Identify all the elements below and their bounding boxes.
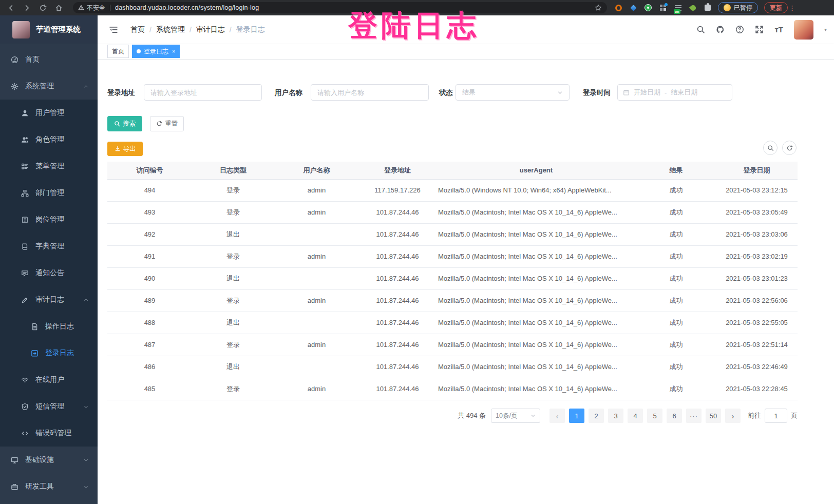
breadcrumb-item[interactable]: 系统管理: [156, 25, 185, 34]
sidebar-item-error-code-management[interactable]: 错误码管理: [0, 420, 98, 447]
reload-icon[interactable]: [39, 4, 47, 12]
pager-page-5[interactable]: 5: [647, 409, 662, 423]
username-label: 用户名称: [275, 88, 302, 98]
sidebar-item-system-management[interactable]: 系统管理: [0, 73, 98, 100]
sidebar-item-audit-log[interactable]: 审计日志: [0, 286, 98, 313]
pager-page-6[interactable]: 6: [667, 409, 682, 423]
sidebar-item-dev-tools[interactable]: 研发工具: [0, 473, 98, 500]
username-input[interactable]: [311, 84, 429, 101]
avatar-caret-icon[interactable]: ▾: [824, 27, 827, 32]
main-area: 首页/系统管理/审计日志/登录日志 ᴛT ▾ 首页 登录日志 × 登录地址 用户…: [98, 15, 834, 504]
sidebar-item-home[interactable]: 首页: [0, 46, 98, 73]
pager-page-50[interactable]: 50: [706, 409, 721, 423]
table-cell: Mozilla/5.0 (Macintosh; Intel Mac OS X 1…: [436, 223, 636, 245]
table-row: 490退出101.87.244.46Mozilla/5.0 (Macintosh…: [107, 267, 798, 289]
export-button[interactable]: 导出: [107, 142, 143, 156]
hamburger-icon[interactable]: [109, 25, 118, 34]
login-log-table: 访问编号日志类型用户名称登录地址userAgent结果登录日期 494登录adm…: [107, 162, 798, 400]
browser-update-button[interactable]: 更新: [764, 2, 788, 13]
annotation-overlay: 登陆日志: [348, 6, 480, 46]
sidebar-item-role-management[interactable]: 角色管理: [0, 126, 98, 153]
code-icon: [21, 430, 29, 437]
home-icon[interactable]: [55, 4, 63, 12]
sidebar-item-login-log[interactable]: 登录日志: [0, 340, 98, 366]
browser-menu-icon[interactable]: ⋮: [789, 4, 795, 12]
sidebar-item-notice-announcement[interactable]: 通知公告: [0, 260, 98, 286]
login-time-range-picker[interactable]: 开始日期 - 结束日期: [617, 84, 732, 101]
refresh-button[interactable]: [782, 141, 797, 155]
help-icon[interactable]: [735, 25, 744, 34]
sidebar-item-user-management[interactable]: 用户管理: [0, 100, 98, 126]
table-cell: 101.87.244.46: [359, 267, 436, 289]
bookmark-star-icon[interactable]: [595, 4, 602, 11]
pager-more-button[interactable]: ···: [686, 409, 702, 423]
extension-sprout-icon[interactable]: [689, 4, 697, 12]
goto-page-input[interactable]: [765, 409, 787, 423]
sidebar-item-label: 岗位管理: [35, 215, 64, 224]
chevron-down-icon: [83, 484, 89, 490]
pager-page-2[interactable]: 2: [589, 409, 604, 423]
refresh-icon: [786, 145, 793, 151]
menu-list-icon: [21, 163, 29, 170]
sidebar-item-menu-management[interactable]: 菜单管理: [0, 153, 98, 180]
forward-icon[interactable]: [23, 4, 31, 12]
font-size-icon[interactable]: ᴛT: [774, 25, 783, 34]
table-cell: 登录: [192, 201, 274, 223]
table-cell: admin: [274, 378, 359, 400]
toggle-search-button[interactable]: [763, 141, 778, 155]
profile-paused-badge[interactable]: 已暂停: [718, 2, 758, 13]
breadcrumb-item[interactable]: 首页: [130, 25, 145, 34]
fullscreen-icon[interactable]: [755, 25, 764, 34]
table-cell: 2021-05-03 22:46:49: [716, 356, 798, 378]
sidebar-item-online-users[interactable]: 在线用户: [0, 366, 98, 393]
sidebar-item-post-management[interactable]: 岗位管理: [0, 206, 98, 233]
tag-login-log[interactable]: 登录日志 ×: [132, 45, 180, 58]
table-cell: 101.87.244.46: [359, 334, 436, 356]
sidebar-item-infrastructure[interactable]: 基础设施: [0, 447, 98, 473]
sidebar-item-dept-management[interactable]: 部门管理: [0, 180, 98, 206]
table-cell: 2021-05-03 22:51:14: [716, 334, 798, 356]
pager-page-1[interactable]: 1: [569, 409, 584, 423]
table-cell: Mozilla/5.0 (Macintosh; Intel Mac OS X 1…: [436, 334, 636, 356]
extension-grid-icon[interactable]: [659, 4, 667, 12]
pager-prev-button[interactable]: ‹: [549, 409, 565, 423]
extension-list-icon[interactable]: on: [674, 4, 682, 12]
address-bar[interactable]: 不安全 dashboard.yudao.iocoder.cn/system/lo…: [73, 2, 607, 13]
page-size-select[interactable]: 10条/页: [491, 409, 540, 423]
pager-page-4[interactable]: 4: [628, 409, 643, 423]
pager-page-3[interactable]: 3: [608, 409, 623, 423]
github-icon[interactable]: [716, 25, 725, 34]
table-cell: 101.87.244.46: [359, 223, 436, 245]
login-address-label: 登录地址: [107, 88, 135, 98]
status-select[interactable]: 结果: [456, 84, 570, 101]
security-warning[interactable]: 不安全: [78, 4, 105, 12]
gear-icon: [11, 83, 19, 90]
search-icon[interactable]: [696, 25, 705, 34]
table-cell: 2021-05-03 22:56:06: [716, 289, 798, 312]
search-button[interactable]: 搜索: [107, 116, 142, 131]
breadcrumb-item[interactable]: 审计日志: [196, 25, 225, 34]
sidebar-item-label: 用户管理: [35, 108, 64, 118]
reset-button[interactable]: 重置: [150, 116, 184, 131]
sidebar-item-operation-log[interactable]: 操作日志: [0, 313, 98, 340]
extension-diamond-icon[interactable]: [629, 4, 637, 12]
table-row: 485登录admin101.87.244.46Mozilla/5.0 (Maci…: [107, 378, 798, 400]
pager-next-button[interactable]: ›: [725, 409, 741, 423]
tag-home[interactable]: 首页: [107, 45, 129, 58]
sidebar-item-sms-management[interactable]: 短信管理: [0, 393, 98, 420]
extensions-puzzle-icon[interactable]: [704, 4, 712, 12]
table-cell: 494: [107, 179, 192, 201]
sidebar-item-dict-management[interactable]: 字典管理: [0, 233, 98, 260]
app-logo[interactable]: 芋道管理系统: [0, 15, 98, 44]
sidebar-item-label: 操作日志: [45, 322, 74, 331]
table-cell: Mozilla/5.0 (Macintosh; Intel Mac OS X 1…: [436, 356, 636, 378]
login-address-input[interactable]: [144, 84, 262, 101]
table-cell: 登录: [192, 289, 274, 312]
extension-green-icon[interactable]: [644, 4, 652, 12]
back-icon[interactable]: [7, 4, 15, 12]
user-avatar[interactable]: [794, 20, 813, 40]
extension-orange-icon[interactable]: [614, 4, 622, 12]
table-cell: 489: [107, 289, 192, 312]
sidebar-item-label: 首页: [25, 55, 40, 64]
tag-close-icon[interactable]: ×: [172, 48, 175, 54]
